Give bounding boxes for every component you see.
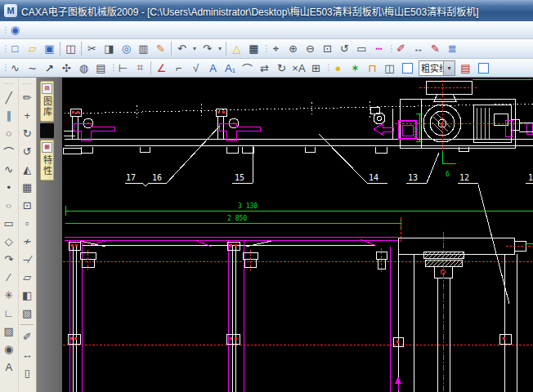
tab-library[interactable]: ▤ 图库 xyxy=(40,81,54,122)
leader-arrow-icon[interactable]: ↗ xyxy=(41,60,58,76)
arc-tool-icon[interactable]: ⌒ xyxy=(1,142,17,160)
erase-tool-icon[interactable]: ✏ xyxy=(19,88,35,106)
hatch-tool-icon[interactable]: ▨ xyxy=(1,322,17,340)
toolbar-drag-handle[interactable]: ···· xyxy=(22,78,32,88)
region-fill-tool-icon[interactable]: ◉ xyxy=(1,340,17,358)
arc-dimension-icon[interactable]: ⌒ xyxy=(239,60,256,76)
tab-properties[interactable]: ▦ 特性 xyxy=(40,140,54,180)
style-a1-icon[interactable]: A₁ xyxy=(222,60,239,76)
sketch-line-tool-icon[interactable]: ∕ xyxy=(1,268,17,286)
spline-wave-icon[interactable]: ∿ xyxy=(7,60,24,76)
leader-note-icon[interactable]: ⌐ xyxy=(170,60,187,76)
dynamic-pan-icon[interactable]: ⌖ xyxy=(267,41,284,56)
dimension-tool-icon[interactable]: ↔ xyxy=(410,41,427,56)
print-icon[interactable]: ◫ xyxy=(62,41,79,56)
coordinate-dimension-icon[interactable]: ⌗ xyxy=(132,60,149,76)
redo-dropdown-icon[interactable]: ▾ xyxy=(216,41,224,56)
text-frame-icon[interactable]: ⊞ xyxy=(307,60,325,76)
formula-curve-icon[interactable]: ✣ xyxy=(58,60,75,76)
layer-visibility-bulb-icon[interactable]: ● xyxy=(329,60,347,76)
section-view-icon[interactable]: ▤ xyxy=(92,60,110,76)
circle-tool-icon[interactable]: ○ xyxy=(1,124,17,142)
balloon-17: 17 xyxy=(126,173,136,182)
zoom-in-icon[interactable]: ⊕ xyxy=(284,41,302,56)
layer-settings-icon[interactable]: ▤ xyxy=(457,60,474,76)
quick-toolbar: ⋮ ◉ xyxy=(0,21,533,39)
dimension-arrows-tool-icon[interactable]: ↔ xyxy=(19,345,35,363)
array-tool-icon[interactable]: ▦ xyxy=(19,178,35,196)
move-tool-icon[interactable]: + xyxy=(19,106,35,124)
break-line-icon[interactable]: ∼ xyxy=(24,60,41,76)
geometric-tolerance-icon[interactable]: √ xyxy=(187,60,204,76)
dock-splitter[interactable] xyxy=(40,123,54,138)
linear-dimension-icon[interactable]: ⊢ xyxy=(114,60,132,76)
current-color-swatch[interactable] xyxy=(478,63,489,74)
partial-tool-icon[interactable]: ▯ xyxy=(19,363,35,381)
text-tool-icon[interactable]: A xyxy=(1,358,17,376)
axes-tool-icon[interactable]: ∟ xyxy=(1,304,17,322)
block-tool-icon[interactable]: ◧ xyxy=(19,286,35,304)
spline-tool-icon[interactable]: ∿ xyxy=(1,160,17,178)
mirror-tool-icon[interactable]: ◭ xyxy=(19,160,35,178)
redo-icon[interactable]: ↷ xyxy=(199,41,216,56)
properties-tab-icon: ▦ xyxy=(42,142,52,153)
dimension-pencil-tool-icon[interactable]: ✐ xyxy=(19,327,35,345)
save-file-icon[interactable]: ▣ xyxy=(41,41,58,56)
zoom-window-icon[interactable]: ⊡ xyxy=(319,41,336,56)
layer-print-icon[interactable]: ◫ xyxy=(381,60,398,76)
color-palette-icon[interactable]: △ xyxy=(228,41,245,56)
annotate-pen-icon[interactable]: ✐ xyxy=(392,41,410,56)
dock-tab-column: ▤ 图库 ▦ 特性 xyxy=(40,81,54,182)
rectangle-tool-icon[interactable]: ▭ xyxy=(1,214,17,232)
combobox-dropdown-icon[interactable]: ▾ xyxy=(443,61,455,75)
open-file-icon[interactable]: ▱ xyxy=(24,41,41,56)
line-tool-icon[interactable]: ╱ xyxy=(1,88,17,106)
extend-tool-icon[interactable]: –∕ xyxy=(19,250,35,268)
undo-icon[interactable]: ↶ xyxy=(173,41,190,56)
point-tool-icon[interactable]: • xyxy=(1,178,17,196)
layer-color-checkbox[interactable] xyxy=(402,63,413,74)
rotate-tool-icon[interactable]: ↺ xyxy=(19,142,35,160)
edit-pen-icon[interactable]: ✎ xyxy=(427,41,444,56)
layer-highlight-icon[interactable]: ✶ xyxy=(347,60,364,76)
layer-unlock-icon[interactable]: ⊓ xyxy=(364,60,381,76)
zoom-document-icon[interactable]: ◎ xyxy=(118,41,135,56)
display-frame-icon[interactable]: ▭ xyxy=(353,41,370,56)
solid-view-tool-icon[interactable]: ▧ xyxy=(19,304,35,322)
object-edit-icon[interactable]: ✎ xyxy=(152,41,169,56)
stretch-tool-icon[interactable]: ▱ xyxy=(19,268,35,286)
zoom-out-icon[interactable]: ⊖ xyxy=(302,41,319,56)
rotate-copy-tool-icon[interactable]: ↻ xyxy=(19,124,35,142)
undo-dropdown-icon[interactable]: ▾ xyxy=(190,41,199,56)
zoom-previous-icon[interactable]: ↺ xyxy=(336,41,353,56)
parallel-line-tool-icon[interactable]: ∥ xyxy=(1,106,17,124)
ellipse-tool-icon[interactable]: ○ xyxy=(1,198,17,212)
curve-tool-icon[interactable]: ↷ xyxy=(1,250,17,268)
text-align-icon[interactable]: ⇄ xyxy=(256,60,273,76)
copy-icon[interactable]: ◨ xyxy=(101,41,118,56)
separator xyxy=(171,42,172,56)
cad-drawing[interactable]: 2112 6 17 xyxy=(62,78,533,392)
drawing-canvas[interactable]: 2112 6 17 xyxy=(62,78,533,392)
text-box-icon[interactable]: A xyxy=(204,60,222,76)
linetype-sample-icon[interactable]: ┅ xyxy=(370,41,387,56)
window-title: CAXA电子图板机械版2009 - [C:\Users\Administrato… xyxy=(21,4,478,18)
scale-tool-icon[interactable]: ⊡ xyxy=(19,196,35,214)
text-rotate-icon[interactable]: ↻ xyxy=(273,60,290,76)
view-image-icon[interactable]: ▦ xyxy=(245,41,262,56)
roughness-icon[interactable]: ◍ xyxy=(75,60,92,76)
polygon-tool-icon[interactable]: ◇ xyxy=(1,232,17,250)
document-list-icon[interactable]: ≣ xyxy=(444,41,461,56)
cut-icon[interactable]: ✂ xyxy=(83,41,101,56)
new-file-icon[interactable]: □ xyxy=(7,41,24,56)
caxa-tool-icon[interactable]: ◉ xyxy=(7,22,24,38)
block-attribute-icon[interactable]: ×A xyxy=(290,60,307,76)
chamfer-dimension-icon[interactable]: ∠ xyxy=(153,60,170,76)
trim-tool-icon[interactable]: ≁ xyxy=(19,232,35,250)
paste-icon[interactable]: ▥ xyxy=(135,41,152,56)
profile-tool-icon[interactable]: ✳ xyxy=(1,286,17,304)
pick-box-tool-icon[interactable]: ▫ xyxy=(19,214,35,232)
app-logo-icon[interactable]: M xyxy=(4,4,17,17)
toolbar-drag-handle[interactable]: ···· xyxy=(4,78,14,88)
linestyle-combobox[interactable]: 粗实线 ▾ xyxy=(419,60,455,76)
